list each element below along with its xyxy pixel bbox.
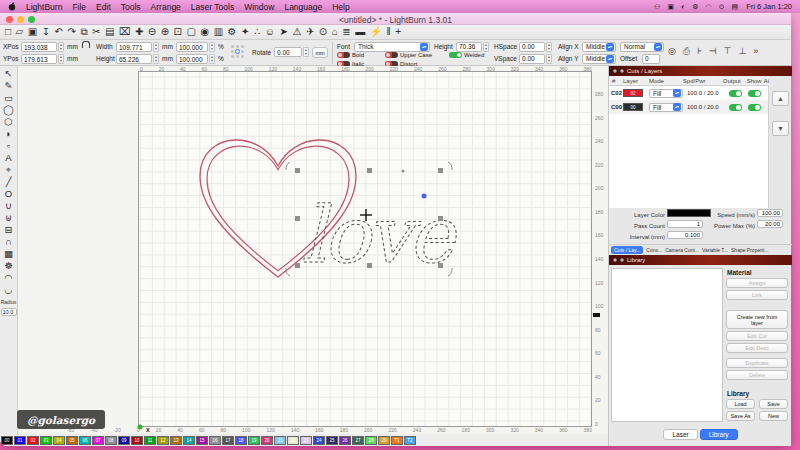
text-style-select[interactable]: Normal▴▾: [620, 42, 664, 52]
palette-chip[interactable]: 09: [118, 436, 130, 445]
palette-chip[interactable]: 24: [313, 436, 325, 445]
pinwheel-icon[interactable]: ◐: [681, 3, 685, 11]
line-tool-icon[interactable]: ╱: [6, 177, 12, 187]
scale-x-stepper[interactable]: ▴▾: [209, 42, 215, 52]
selection-icon[interactable]: ▢: [186, 27, 195, 37]
palette-chip[interactable]: 25: [326, 436, 338, 445]
print-disabled-icon[interactable]: ⎙: [683, 46, 690, 57]
menu-file[interactable]: File: [72, 2, 86, 12]
gear-icon[interactable]: ⚙: [692, 3, 698, 11]
control-center-icon[interactable]: ▤: [732, 3, 739, 11]
grid-array-icon[interactable]: ▦: [4, 249, 13, 259]
pass-count-input[interactable]: [667, 220, 703, 228]
new-file-icon[interactable]: □: [5, 27, 11, 37]
palette-chip[interactable]: 15: [196, 436, 208, 445]
palette-chip[interactable]: 27: [352, 436, 364, 445]
preview-icon[interactable]: ▥: [214, 27, 223, 37]
save-as-button[interactable]: Save As: [726, 411, 755, 421]
measure-icon[interactable]: ≣: [342, 27, 350, 37]
palette-chip[interactable]: 10: [131, 436, 143, 445]
menu-tools[interactable]: Tools: [121, 2, 141, 12]
weld-tool-icon[interactable]: ∪: [5, 201, 12, 211]
panel-close-icon[interactable]: [613, 258, 617, 262]
canvas-workspace[interactable]: 0204060801001201401601802002202402602803…: [18, 66, 608, 434]
offset-input[interactable]: [642, 54, 660, 64]
palette-chip[interactable]: 07: [92, 436, 104, 445]
duplicate-button[interactable]: Duplicate: [726, 358, 788, 368]
offset-tool-icon[interactable]: O: [5, 189, 12, 199]
bold-toggle[interactable]: Bold: [337, 51, 364, 58]
palette-chip[interactable]: 06: [79, 436, 91, 445]
search-icon[interactable]: ⊙: [719, 3, 725, 11]
edit-desc-button[interactable]: Edit Desc: [726, 343, 788, 353]
user-icon[interactable]: ☺: [265, 27, 275, 37]
show-toggle[interactable]: [748, 90, 761, 97]
radius-input[interactable]: [1, 308, 17, 316]
palette-chip[interactable]: 29: [378, 436, 390, 445]
alignx-dropdown-icon[interactable]: ▴▾: [606, 43, 614, 51]
library-list[interactable]: [611, 268, 723, 422]
menu-edit[interactable]: Edit: [96, 2, 111, 12]
show-toggle[interactable]: [748, 104, 761, 111]
align-top-icon[interactable]: ⊤: [724, 46, 732, 57]
mode-dropdown-icon[interactable]: ▴▾: [673, 89, 681, 97]
power-icon[interactable]: ⚡: [370, 27, 382, 37]
cut-icon[interactable]: ✂: [92, 27, 100, 37]
width-stepper[interactable]: ▴▾: [153, 42, 159, 52]
polygon-tool-icon[interactable]: ⬡: [4, 117, 12, 127]
aligny-dropdown-icon[interactable]: ▴▾: [606, 55, 614, 63]
scale-y-input[interactable]: [176, 54, 208, 64]
align-bottom-icon[interactable]: ⊥: [738, 46, 746, 57]
paste-icon[interactable]: ▤: [105, 27, 114, 37]
spiral-icon[interactable]: ◎: [668, 46, 676, 57]
palette-chip[interactable]: 18: [235, 436, 247, 445]
menu-lightburn[interactable]: LightBurn: [26, 2, 62, 12]
pan-icon[interactable]: ✚: [135, 27, 143, 37]
tab-library[interactable]: Library: [700, 429, 738, 440]
palette-chip[interactable]: 11: [144, 436, 156, 445]
cuts-layers-titlebar[interactable]: Cuts / Layers: [609, 66, 792, 76]
power-max-input[interactable]: [757, 220, 783, 228]
layer-row-c00[interactable]: C00 00 Fill▴▾ 100.0 / 20.0: [609, 100, 768, 114]
open-file-icon[interactable]: ▱: [16, 27, 24, 37]
style-dropdown-icon[interactable]: ▴▾: [654, 43, 662, 51]
layer-row-c02[interactable]: C02 02 Fill▴▾ 100.0 / 20.0: [609, 86, 768, 100]
layer-move-up-button[interactable]: ▲: [772, 91, 789, 106]
palette-chip[interactable]: 00: [1, 436, 13, 445]
mode-dropdown-icon[interactable]: ▴▾: [673, 103, 681, 111]
dock-icon[interactable]: ▬: [355, 27, 365, 37]
camera-icon[interactable]: ◉: [200, 27, 209, 37]
menu-arrange[interactable]: Arrange: [151, 2, 181, 12]
zoom-out-icon[interactable]: ⊖: [148, 27, 156, 37]
align-right-icon[interactable]: ⊣: [709, 46, 717, 57]
vspace-stepper[interactable]: ▴▾: [546, 54, 552, 64]
delete-button[interactable]: Delete: [726, 370, 788, 380]
scale-x-input[interactable]: [176, 42, 208, 52]
palette-chip[interactable]: 16: [209, 436, 221, 445]
rectangle-tool-icon[interactable]: ▭: [4, 93, 13, 103]
panel-collapse-icon[interactable]: [620, 69, 624, 73]
uppercase-toggle[interactable]: Upper Case: [385, 51, 432, 58]
palette-chip[interactable]: 19: [248, 436, 260, 445]
start-icon[interactable]: ➤: [280, 27, 288, 37]
window-titlebar[interactable]: <untitled> * - LightBurn 1.3.01: [0, 13, 791, 25]
round-corner-icon[interactable]: ◠: [4, 273, 12, 283]
speed-input[interactable]: [757, 209, 783, 217]
palette-chip[interactable]: 22: [287, 436, 299, 445]
machine-tools-icon[interactable]: ✦: [241, 27, 249, 37]
palette-chip[interactable]: T2: [404, 436, 416, 445]
target-icon[interactable]: ⊙: [319, 27, 327, 37]
dove-icon[interactable]: ✈: [306, 27, 314, 37]
palette-chip[interactable]: 20: [261, 436, 273, 445]
menu-window[interactable]: Window: [244, 2, 274, 12]
panel-close-icon[interactable]: [613, 69, 617, 73]
hspace-stepper[interactable]: ▴▾: [546, 42, 552, 52]
layer-color-chip[interactable]: 00: [623, 103, 643, 111]
menu-help[interactable]: Help: [332, 2, 349, 12]
import-icon[interactable]: ↧: [42, 27, 50, 37]
load-button[interactable]: Load: [726, 399, 755, 409]
copy-icon[interactable]: ⧉: [80, 27, 87, 37]
panel-collapse-icon[interactable]: [620, 258, 624, 262]
input-source-icon[interactable]: ⚇: [654, 3, 660, 11]
height-input[interactable]: [116, 54, 152, 64]
